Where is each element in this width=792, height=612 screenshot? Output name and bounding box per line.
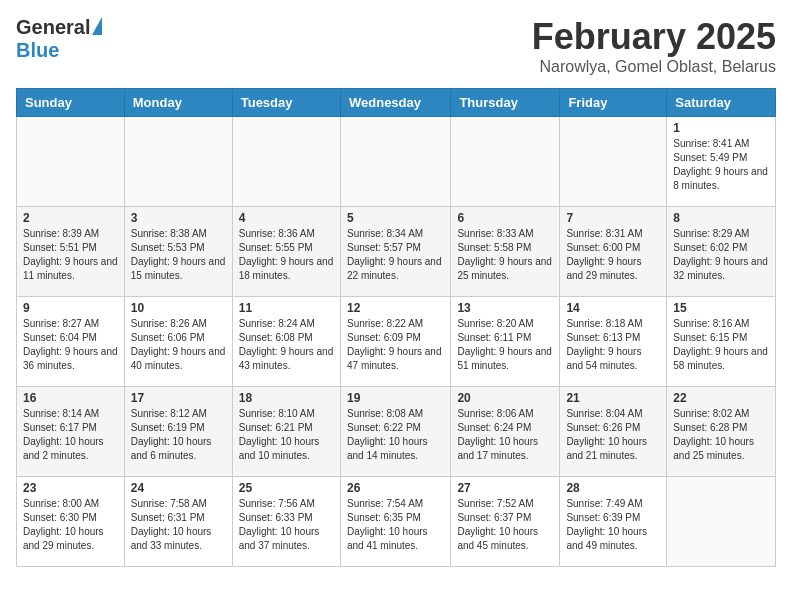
calendar-cell: 5Sunrise: 8:34 AM Sunset: 5:57 PM Daylig…: [340, 207, 450, 297]
calendar-week-row: 23Sunrise: 8:00 AM Sunset: 6:30 PM Dayli…: [17, 477, 776, 567]
day-number: 27: [457, 481, 553, 495]
calendar-cell: 1Sunrise: 8:41 AM Sunset: 5:49 PM Daylig…: [667, 117, 776, 207]
calendar-cell: 24Sunrise: 7:58 AM Sunset: 6:31 PM Dayli…: [124, 477, 232, 567]
calendar-cell: [124, 117, 232, 207]
day-number: 22: [673, 391, 769, 405]
day-info: Sunrise: 8:08 AM Sunset: 6:22 PM Dayligh…: [347, 407, 444, 463]
logo-general: General: [16, 16, 90, 39]
calendar-cell: 3Sunrise: 8:38 AM Sunset: 5:53 PM Daylig…: [124, 207, 232, 297]
day-number: 23: [23, 481, 118, 495]
day-info: Sunrise: 8:16 AM Sunset: 6:15 PM Dayligh…: [673, 317, 769, 373]
day-info: Sunrise: 8:26 AM Sunset: 6:06 PM Dayligh…: [131, 317, 226, 373]
day-number: 15: [673, 301, 769, 315]
calendar-cell: 11Sunrise: 8:24 AM Sunset: 6:08 PM Dayli…: [232, 297, 340, 387]
column-header-tuesday: Tuesday: [232, 89, 340, 117]
calendar-cell: [340, 117, 450, 207]
day-number: 2: [23, 211, 118, 225]
day-info: Sunrise: 8:24 AM Sunset: 6:08 PM Dayligh…: [239, 317, 334, 373]
day-number: 8: [673, 211, 769, 225]
day-number: 25: [239, 481, 334, 495]
calendar-cell: 10Sunrise: 8:26 AM Sunset: 6:06 PM Dayli…: [124, 297, 232, 387]
day-info: Sunrise: 8:34 AM Sunset: 5:57 PM Dayligh…: [347, 227, 444, 283]
main-title: February 2025: [532, 16, 776, 58]
day-info: Sunrise: 7:52 AM Sunset: 6:37 PM Dayligh…: [457, 497, 553, 553]
calendar-cell: [560, 117, 667, 207]
calendar-cell: 14Sunrise: 8:18 AM Sunset: 6:13 PM Dayli…: [560, 297, 667, 387]
calendar-cell: [667, 477, 776, 567]
calendar-cell: 9Sunrise: 8:27 AM Sunset: 6:04 PM Daylig…: [17, 297, 125, 387]
day-info: Sunrise: 7:58 AM Sunset: 6:31 PM Dayligh…: [131, 497, 226, 553]
column-header-thursday: Thursday: [451, 89, 560, 117]
calendar-cell: 20Sunrise: 8:06 AM Sunset: 6:24 PM Dayli…: [451, 387, 560, 477]
calendar-header-row: SundayMondayTuesdayWednesdayThursdayFrid…: [17, 89, 776, 117]
day-number: 4: [239, 211, 334, 225]
day-number: 13: [457, 301, 553, 315]
calendar-cell: 28Sunrise: 7:49 AM Sunset: 6:39 PM Dayli…: [560, 477, 667, 567]
day-number: 6: [457, 211, 553, 225]
calendar-cell: 12Sunrise: 8:22 AM Sunset: 6:09 PM Dayli…: [340, 297, 450, 387]
day-info: Sunrise: 8:18 AM Sunset: 6:13 PM Dayligh…: [566, 317, 660, 373]
day-info: Sunrise: 8:14 AM Sunset: 6:17 PM Dayligh…: [23, 407, 118, 463]
day-info: Sunrise: 8:31 AM Sunset: 6:00 PM Dayligh…: [566, 227, 660, 283]
day-number: 17: [131, 391, 226, 405]
day-number: 5: [347, 211, 444, 225]
calendar-cell: 7Sunrise: 8:31 AM Sunset: 6:00 PM Daylig…: [560, 207, 667, 297]
day-number: 18: [239, 391, 334, 405]
calendar-week-row: 16Sunrise: 8:14 AM Sunset: 6:17 PM Dayli…: [17, 387, 776, 477]
logo-blue: Blue: [16, 39, 59, 61]
calendar-cell: 16Sunrise: 8:14 AM Sunset: 6:17 PM Dayli…: [17, 387, 125, 477]
day-number: 9: [23, 301, 118, 315]
day-number: 21: [566, 391, 660, 405]
header: General Blue February 2025 Narowlya, Gom…: [16, 16, 776, 76]
day-info: Sunrise: 8:33 AM Sunset: 5:58 PM Dayligh…: [457, 227, 553, 283]
day-number: 14: [566, 301, 660, 315]
calendar-cell: 13Sunrise: 8:20 AM Sunset: 6:11 PM Dayli…: [451, 297, 560, 387]
calendar-cell: 21Sunrise: 8:04 AM Sunset: 6:26 PM Dayli…: [560, 387, 667, 477]
calendar-cell: 17Sunrise: 8:12 AM Sunset: 6:19 PM Dayli…: [124, 387, 232, 477]
day-info: Sunrise: 8:36 AM Sunset: 5:55 PM Dayligh…: [239, 227, 334, 283]
calendar-cell: 8Sunrise: 8:29 AM Sunset: 6:02 PM Daylig…: [667, 207, 776, 297]
column-header-wednesday: Wednesday: [340, 89, 450, 117]
calendar-cell: 22Sunrise: 8:02 AM Sunset: 6:28 PM Dayli…: [667, 387, 776, 477]
day-info: Sunrise: 8:22 AM Sunset: 6:09 PM Dayligh…: [347, 317, 444, 373]
calendar-cell: 26Sunrise: 7:54 AM Sunset: 6:35 PM Dayli…: [340, 477, 450, 567]
day-number: 28: [566, 481, 660, 495]
day-info: Sunrise: 8:20 AM Sunset: 6:11 PM Dayligh…: [457, 317, 553, 373]
column-header-monday: Monday: [124, 89, 232, 117]
day-number: 26: [347, 481, 444, 495]
day-info: Sunrise: 7:49 AM Sunset: 6:39 PM Dayligh…: [566, 497, 660, 553]
day-number: 16: [23, 391, 118, 405]
day-number: 10: [131, 301, 226, 315]
calendar-week-row: 9Sunrise: 8:27 AM Sunset: 6:04 PM Daylig…: [17, 297, 776, 387]
calendar-cell: 27Sunrise: 7:52 AM Sunset: 6:37 PM Dayli…: [451, 477, 560, 567]
calendar-table: SundayMondayTuesdayWednesdayThursdayFrid…: [16, 88, 776, 567]
calendar-cell: [17, 117, 125, 207]
day-number: 3: [131, 211, 226, 225]
calendar-cell: 15Sunrise: 8:16 AM Sunset: 6:15 PM Dayli…: [667, 297, 776, 387]
calendar-cell: [451, 117, 560, 207]
title-section: February 2025 Narowlya, Gomel Oblast, Be…: [532, 16, 776, 76]
calendar-cell: 6Sunrise: 8:33 AM Sunset: 5:58 PM Daylig…: [451, 207, 560, 297]
calendar-cell: 2Sunrise: 8:39 AM Sunset: 5:51 PM Daylig…: [17, 207, 125, 297]
day-number: 24: [131, 481, 226, 495]
day-info: Sunrise: 8:06 AM Sunset: 6:24 PM Dayligh…: [457, 407, 553, 463]
column-header-sunday: Sunday: [17, 89, 125, 117]
day-info: Sunrise: 8:41 AM Sunset: 5:49 PM Dayligh…: [673, 137, 769, 193]
day-number: 1: [673, 121, 769, 135]
calendar-cell: [232, 117, 340, 207]
day-info: Sunrise: 8:04 AM Sunset: 6:26 PM Dayligh…: [566, 407, 660, 463]
day-info: Sunrise: 8:10 AM Sunset: 6:21 PM Dayligh…: [239, 407, 334, 463]
column-header-friday: Friday: [560, 89, 667, 117]
day-info: Sunrise: 8:12 AM Sunset: 6:19 PM Dayligh…: [131, 407, 226, 463]
day-number: 12: [347, 301, 444, 315]
calendar-cell: 23Sunrise: 8:00 AM Sunset: 6:30 PM Dayli…: [17, 477, 125, 567]
day-info: Sunrise: 7:54 AM Sunset: 6:35 PM Dayligh…: [347, 497, 444, 553]
day-number: 11: [239, 301, 334, 315]
day-number: 20: [457, 391, 553, 405]
calendar-cell: 25Sunrise: 7:56 AM Sunset: 6:33 PM Dayli…: [232, 477, 340, 567]
day-info: Sunrise: 8:38 AM Sunset: 5:53 PM Dayligh…: [131, 227, 226, 283]
day-info: Sunrise: 8:27 AM Sunset: 6:04 PM Dayligh…: [23, 317, 118, 373]
day-info: Sunrise: 7:56 AM Sunset: 6:33 PM Dayligh…: [239, 497, 334, 553]
day-number: 7: [566, 211, 660, 225]
day-info: Sunrise: 8:02 AM Sunset: 6:28 PM Dayligh…: [673, 407, 769, 463]
